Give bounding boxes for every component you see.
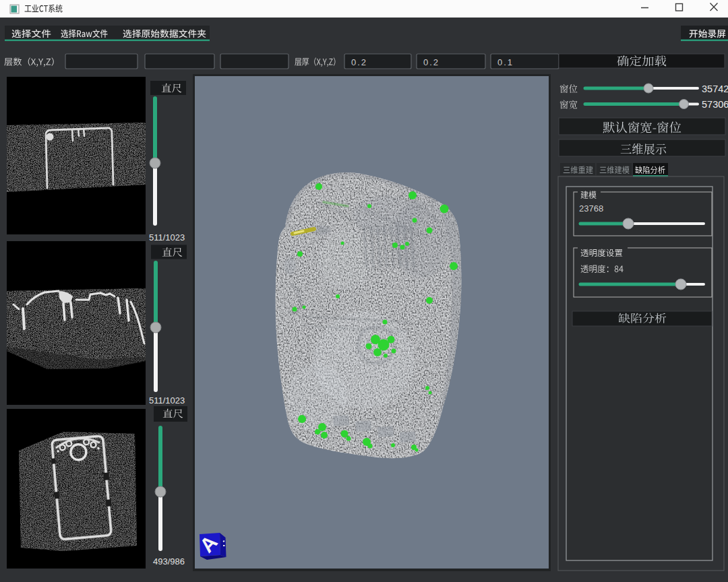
svg-text:35742: 35742 — [702, 84, 728, 94]
svg-text:493/986: 493/986 — [153, 556, 185, 567]
svg-text:0.2: 0.2 — [351, 57, 367, 67]
svg-text:57306: 57306 — [702, 99, 728, 110]
svg-text:23768: 23768 — [579, 203, 603, 214]
svg-text:0.2: 0.2 — [423, 57, 439, 67]
svg-text:511/1023: 511/1023 — [149, 395, 185, 406]
svg-text:0.1: 0.1 — [497, 57, 514, 67]
svg-text:511/1023: 511/1023 — [149, 232, 185, 243]
